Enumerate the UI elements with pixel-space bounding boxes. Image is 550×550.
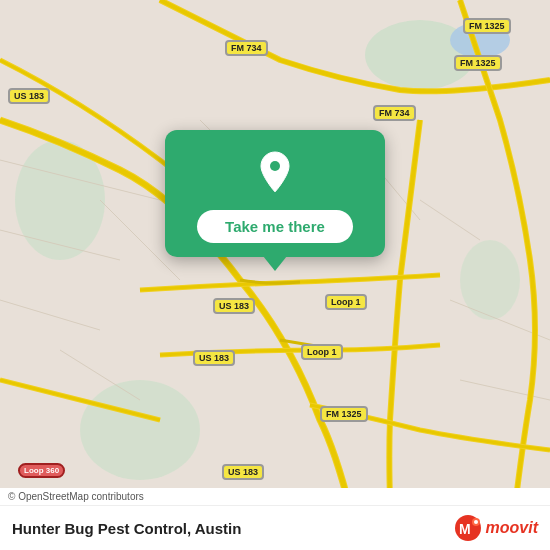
road-badge-fm734-mid: FM 734	[373, 105, 416, 121]
moovit-brand-icon: M	[454, 514, 482, 542]
svg-point-2	[80, 380, 200, 480]
road-badge-us183-bot: US 183	[222, 464, 264, 480]
road-badge-us183-mid: US 183	[213, 298, 255, 314]
road-badge-loop1-low: Loop 1	[301, 344, 343, 360]
location-icon-wrap	[251, 148, 299, 196]
attribution-text: © OpenStreetMap contributors	[8, 491, 144, 502]
bottom-bar: © OpenStreetMap contributors Hunter Bug …	[0, 488, 550, 550]
road-badge-loop360: Loop 360	[18, 463, 65, 478]
road-badge-fm734-top: FM 734	[225, 40, 268, 56]
map-roads-svg	[0, 0, 550, 550]
map-container: US 183 FM 734 FM 1325 FM 1325 FM 734 US …	[0, 0, 550, 550]
moovit-brand-text: moovit	[486, 519, 538, 537]
svg-line-7	[0, 300, 100, 330]
svg-line-9	[60, 350, 140, 400]
popup-card: Take me there	[165, 130, 385, 257]
svg-line-12	[420, 200, 480, 240]
take-me-there-button[interactable]: Take me there	[197, 210, 353, 243]
svg-point-19	[474, 520, 478, 524]
road-badge-fm1325-tr: FM 1325	[463, 18, 511, 34]
attribution-bar: © OpenStreetMap contributors	[0, 488, 550, 505]
road-badge-fm1325-low: FM 1325	[320, 406, 368, 422]
road-badge-us183-tl: US 183	[8, 88, 50, 104]
business-name: Hunter Bug Pest Control, Austin	[12, 520, 454, 537]
svg-point-15	[270, 161, 280, 171]
svg-text:M: M	[459, 521, 471, 537]
road-badge-us183-low: US 183	[193, 350, 235, 366]
road-badge-fm1325-tr2: FM 1325	[454, 55, 502, 71]
road-badge-loop1-mid: Loop 1	[325, 294, 367, 310]
moovit-logo: M moovit	[454, 514, 538, 542]
business-bar: Hunter Bug Pest Control, Austin M moovit	[0, 505, 550, 550]
svg-line-14	[460, 380, 550, 400]
location-pin-icon	[255, 150, 295, 194]
